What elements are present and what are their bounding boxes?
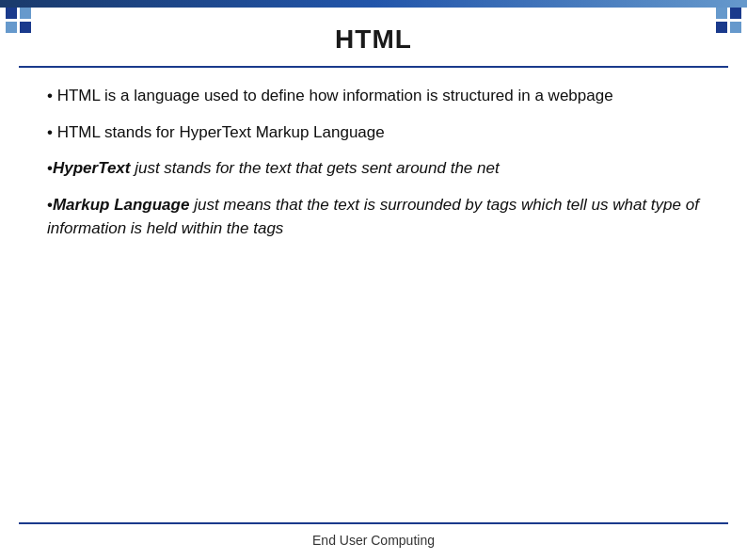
bullet-text-4: •Markup Language just means that the tex… [47, 194, 700, 240]
bullet-text-2: • HTML stands for HyperText Markup Langu… [47, 121, 385, 145]
top-bar [0, 0, 747, 8]
bullet-symbol-1: • [47, 87, 57, 104]
slide-container: HTML • HTML is a language used to define… [0, 0, 747, 560]
bullet-text-3: •HyperText just stands for the text that… [47, 157, 500, 181]
bullet-content-3: just stands for the text that gets sent … [130, 159, 499, 177]
title-area: HTML [0, 8, 747, 66]
footer-text: End User Computing [312, 533, 435, 548]
bullet-item-1: • HTML is a language used to define how … [47, 85, 700, 108]
content-area: • HTML is a language used to define how … [0, 68, 747, 522]
bullet-symbol-2: • [47, 123, 57, 141]
bullet-content-1: HTML is a language used to define how in… [57, 87, 613, 104]
slide-title: HTML [56, 24, 691, 55]
footer-area: End User Computing [0, 524, 747, 560]
bullet-text-1: • HTML is a language used to define how … [47, 85, 613, 108]
bullet-item-3: •HyperText just stands for the text that… [47, 157, 700, 181]
bullet-content-2: HTML stands for HyperText Markup Languag… [57, 123, 385, 141]
bullet-item-2: • HTML stands for HyperText Markup Langu… [47, 121, 700, 145]
bullet-item-4: •Markup Language just means that the tex… [47, 194, 700, 240]
hypertext-term: HyperText [53, 159, 131, 177]
markup-language-term: Markup Language [53, 196, 189, 214]
